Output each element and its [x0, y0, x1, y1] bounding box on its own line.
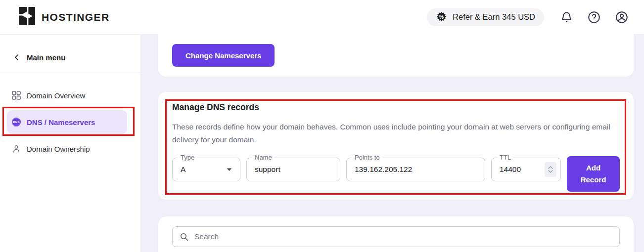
notifications-button[interactable]: [559, 10, 574, 25]
type-field-label: Type: [178, 154, 197, 161]
chevron-down-icon: [548, 170, 553, 173]
sidebar-item-domain-overview[interactable]: Domain Overview: [0, 84, 140, 107]
grid-icon: [12, 91, 21, 100]
name-field-label: Name: [252, 154, 275, 161]
records-search-card: [158, 216, 634, 252]
bell-icon: [560, 10, 573, 24]
app-header: HOSTINGER % Refer & Earn 345 USD: [0, 0, 644, 34]
sidebar-item-label: Domain Ownership: [27, 145, 90, 153]
search-icon: [180, 232, 189, 242]
record-ttl-input[interactable]: [500, 165, 531, 174]
search-field: [172, 226, 620, 247]
refer-earn-button[interactable]: % Refer & Earn 345 USD: [427, 8, 544, 26]
ttl-field-label: TTL: [497, 154, 513, 161]
sidebar-divider: [0, 73, 140, 73]
caret-down-icon: [227, 168, 232, 171]
back-to-main-menu[interactable]: Main menu: [0, 48, 140, 67]
brand-name: HOSTINGER: [42, 11, 109, 23]
sidebar-item-label: Domain Overview: [27, 91, 85, 100]
sidebar-item-dns-nameservers[interactable]: DNS DNS / Nameservers: [7, 110, 127, 134]
record-type-select[interactable]: Type A: [172, 158, 240, 181]
person-icon: [12, 144, 21, 153]
hostinger-logo[interactable]: HOSTINGER: [19, 7, 109, 27]
record-ttl-field: TTL: [491, 158, 561, 181]
dns-globe-icon: DNS: [12, 118, 21, 126]
help-icon: [587, 10, 601, 24]
change-nameservers-button[interactable]: Change Nameservers: [172, 44, 275, 67]
points-to-field-label: Points to: [352, 154, 382, 161]
type-selected-value: A: [181, 165, 185, 174]
record-name-input[interactable]: [255, 165, 332, 174]
record-points-to-field: Points to: [346, 158, 485, 181]
nameservers-card: Change Nameservers: [158, 34, 634, 77]
account-button[interactable]: [614, 10, 629, 25]
sidebar: Main menu Domain Overview DNS DNS / Name…: [0, 34, 140, 252]
record-name-field: Name: [246, 158, 340, 181]
chevron-up-icon: [548, 166, 553, 169]
search-input[interactable]: [194, 232, 612, 241]
section-title: Manage DNS records: [172, 102, 259, 113]
chevron-left-icon: [14, 54, 20, 60]
header-actions: % Refer & Earn 345 USD: [427, 8, 629, 26]
page: HOSTINGER % Refer & Earn 345 USD: [0, 0, 644, 252]
manage-dns-card: Manage DNS records These records define …: [158, 91, 634, 200]
add-record-form: Type A Name Points to TTL: [172, 158, 620, 192]
content-area: Change Nameservers Manage DNS records Th…: [141, 34, 644, 252]
refer-earn-label: Refer & Earn 345 USD: [453, 12, 535, 22]
ttl-stepper[interactable]: [545, 162, 556, 177]
add-record-button[interactable]: Add Record: [567, 156, 620, 192]
profile-icon: [615, 10, 629, 24]
help-button[interactable]: [587, 10, 601, 25]
record-points-to-input[interactable]: [355, 165, 477, 174]
percent-badge-icon: %: [436, 11, 447, 23]
hostinger-logo-mark-icon: [19, 7, 35, 27]
svg-text:%: %: [439, 14, 444, 20]
sidebar-item-domain-ownership[interactable]: Domain Ownership: [0, 137, 140, 161]
section-description: These records define how your domain beh…: [172, 121, 615, 146]
back-label: Main menu: [27, 53, 65, 62]
sidebar-item-label: DNS / Nameservers: [27, 118, 95, 126]
